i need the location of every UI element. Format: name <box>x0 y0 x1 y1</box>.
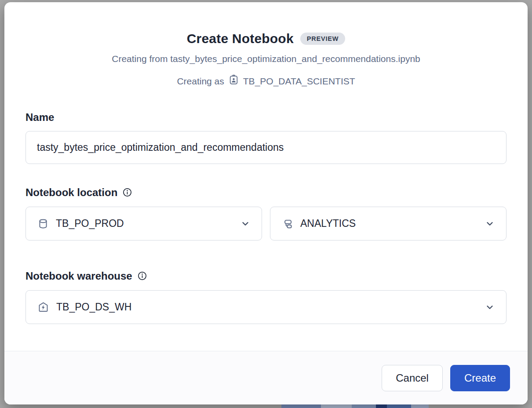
cancel-button[interactable]: Cancel <box>382 365 443 391</box>
location-selects: TB_PO_PROD ANALYTICS <box>26 207 506 240</box>
info-icon[interactable] <box>137 271 147 281</box>
schema-value: ANALYTICS <box>300 218 478 230</box>
chevron-down-icon <box>485 219 495 229</box>
warehouse-select[interactable]: TB_PO_DS_WH <box>26 290 506 324</box>
dialog-header: Create Notebook PREVIEW Creating from ta… <box>4 2 528 88</box>
notebook-warehouse-label: Notebook warehouse <box>26 270 506 282</box>
notebook-location-label: Notebook location <box>26 186 506 199</box>
database-value: TB_PO_PROD <box>56 218 233 230</box>
page-title: Create Notebook <box>187 31 294 46</box>
schema-icon <box>282 218 293 230</box>
schema-select[interactable]: ANALYTICS <box>270 207 506 240</box>
chevron-down-icon <box>485 302 495 312</box>
database-icon <box>37 218 49 230</box>
dialog-form: Name Notebook location <box>4 111 528 324</box>
dialog-footer: Cancel Create <box>4 351 528 404</box>
warehouse-icon <box>37 301 49 313</box>
database-select[interactable]: TB_PO_PROD <box>26 207 262 240</box>
creating-as-row: Creating as TB_PO_DATA_SCIENTIST <box>4 74 528 88</box>
chevron-down-icon <box>240 219 250 229</box>
create-button[interactable]: Create <box>450 365 510 391</box>
preview-badge: PREVIEW <box>300 33 345 45</box>
name-label: Name <box>26 111 506 124</box>
notebook-name-input[interactable] <box>26 131 506 164</box>
creating-as-label: Creating as <box>177 76 224 87</box>
info-icon[interactable] <box>122 187 132 197</box>
creating-as-user: TB_PO_DATA_SCIENTIST <box>243 76 355 87</box>
user-badge-icon <box>228 74 239 88</box>
creating-from-text: Creating from tasty_bytes_price_optimiza… <box>4 53 528 65</box>
create-notebook-dialog: Create Notebook PREVIEW Creating from ta… <box>4 2 528 404</box>
warehouse-value: TB_PO_DS_WH <box>56 301 478 313</box>
warehouse-select-row: TB_PO_DS_WH <box>26 290 506 324</box>
